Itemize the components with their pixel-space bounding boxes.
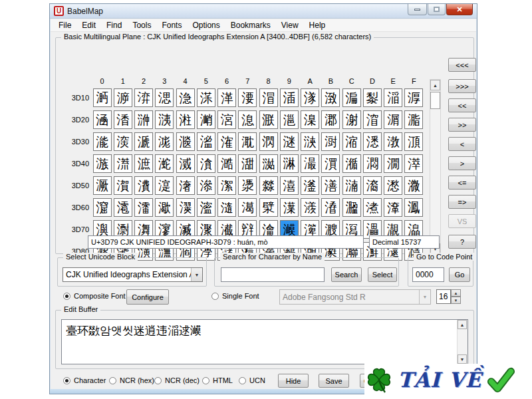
char-cell-3D4F[interactable]: 㵏 [404, 154, 423, 173]
char-cell-3D1A[interactable]: 㴚 [301, 88, 319, 107]
char-cell-3D44[interactable]: 㵄 [176, 154, 195, 173]
char-cell-3D61[interactable]: 㵡 [114, 198, 132, 217]
search-input[interactable] [221, 267, 325, 282]
edit-buffer-textarea[interactable]: 臺环敪암앳씻迷逍违㴞逑㵹 ▲ ▼ [61, 319, 468, 364]
char-cell-3D42[interactable]: 㵂 [134, 154, 153, 173]
char-cell-3D32[interactable]: 㴲 [134, 132, 153, 151]
nav-button-0-lll[interactable]: <<< [448, 58, 476, 72]
char-cell-3D36[interactable]: 㴶 [217, 132, 236, 151]
char-cell-3D26[interactable]: 㴦 [217, 110, 236, 129]
nav-button-6-le[interactable]: <= [448, 176, 476, 190]
char-cell-3D25[interactable]: 㴥 [197, 110, 215, 129]
select-button[interactable]: Select [368, 267, 397, 282]
char-cell-3D6C[interactable]: 㵬 [342, 198, 361, 217]
char-cell-3D46[interactable]: 㵆 [217, 154, 236, 173]
char-cell-3D23[interactable]: 㴣 [155, 110, 174, 129]
char-cell-3D38[interactable]: 㴸 [259, 132, 278, 151]
spin-down-icon[interactable]: ▼ [451, 297, 461, 304]
char-cell-3D14[interactable]: 㴔 [176, 88, 195, 107]
char-cell-3D2E[interactable]: 㴮 [384, 110, 402, 129]
char-cell-3D63[interactable]: 㵣 [155, 198, 174, 217]
radio-ucn[interactable] [239, 377, 246, 384]
char-cell-3D31[interactable]: 㴱 [114, 132, 132, 151]
char-cell-3D4A[interactable]: 㵊 [301, 154, 319, 173]
char-cell-3D52[interactable]: 㵒 [134, 176, 153, 195]
char-cell-3D33[interactable]: 㴳 [155, 132, 174, 151]
go-button[interactable]: Go [449, 267, 470, 282]
char-cell-3D6D[interactable]: 㵭 [363, 198, 382, 217]
scroll-up-icon[interactable]: ▲ [458, 320, 467, 329]
char-cell-3D22[interactable]: 㴢 [134, 110, 153, 129]
title-bar[interactable]: U BabelMap ✕ [50, 4, 477, 19]
menu-bookmarks[interactable]: Bookmarks [225, 19, 276, 31]
char-cell-3D3D[interactable]: 㴽 [363, 132, 382, 151]
char-cell-3D11[interactable]: 㴑 [114, 88, 132, 107]
char-cell-3D15[interactable]: 㴕 [197, 88, 215, 107]
char-cell-3D4E[interactable]: 㵎 [384, 154, 402, 173]
nav-button-3-rr[interactable]: >> [448, 118, 476, 132]
char-cell-3D4B[interactable]: 㵋 [321, 154, 340, 173]
char-cell-3D1B[interactable]: 㴛 [321, 88, 340, 107]
char-cell-3D10[interactable]: 㴐 [93, 88, 112, 107]
char-cell-3D54[interactable]: 㵔 [176, 176, 195, 195]
nav-button-5-r[interactable]: > [448, 156, 476, 170]
char-cell-3D28[interactable]: 㴨 [259, 110, 278, 129]
scroll-down-icon[interactable]: ▼ [458, 354, 467, 364]
hide-button[interactable]: Hide [278, 374, 309, 388]
download-badge[interactable]: TẢI VỀ [364, 364, 529, 395]
char-cell-3D49[interactable]: 㵉 [280, 154, 299, 173]
char-cell-3D65[interactable]: 㵥 [197, 198, 215, 217]
char-cell-3D66[interactable]: 㵦 [217, 198, 236, 217]
char-cell-3D2F[interactable]: 㴯 [404, 110, 423, 129]
char-cell-3D24[interactable]: 㴤 [176, 110, 195, 129]
search-button[interactable]: Search [331, 267, 362, 282]
char-cell-3D45[interactable]: 㵅 [197, 154, 215, 173]
menu-find[interactable]: Find [101, 19, 127, 31]
radio-html[interactable] [202, 377, 209, 384]
radio-ncr-hex[interactable] [109, 377, 116, 384]
menu-view[interactable]: View [276, 19, 304, 31]
char-cell-3D12[interactable]: 㴒 [134, 88, 153, 107]
char-cell-3D3E[interactable]: 㴾 [384, 132, 402, 151]
chevron-down-icon[interactable]: ▼ [191, 268, 202, 281]
char-cell-3D39[interactable]: 㴹 [280, 132, 299, 151]
char-cell-3D2C[interactable]: 㴬 [342, 110, 361, 129]
char-cell-3D67[interactable]: 㵧 [238, 198, 257, 217]
menu-fonts[interactable]: Fonts [156, 19, 187, 31]
char-cell-3D40[interactable]: 㵀 [93, 154, 112, 173]
char-cell-3D1C[interactable]: 㴜 [342, 88, 361, 107]
char-cell-3D1F[interactable]: 㴟 [404, 88, 423, 107]
char-cell-3D2A[interactable]: 㴪 [301, 110, 319, 129]
menu-edit[interactable]: Edit [76, 19, 101, 31]
single-font-radio[interactable] [211, 293, 219, 300]
char-cell-3D5B[interactable]: 㵛 [321, 176, 340, 195]
char-cell-3D1D[interactable]: 㴝 [363, 88, 382, 107]
nav-button-4-l[interactable]: < [448, 137, 476, 151]
char-cell-3D16[interactable]: 㴖 [217, 88, 236, 107]
radio-ncr-dec[interactable] [154, 377, 162, 384]
char-cell-3D6F[interactable]: 㵯 [404, 198, 423, 217]
char-cell-3D58[interactable]: 㵘 [259, 176, 278, 195]
char-cell-3D57[interactable]: 㵗 [238, 176, 257, 195]
char-cell-3D30[interactable]: 㴰 [93, 132, 112, 151]
char-cell-3D50[interactable]: 㵐 [93, 176, 112, 195]
nav-button-7-er[interactable]: => [448, 195, 476, 209]
char-cell-3D5E[interactable]: 㵞 [384, 176, 402, 195]
char-cell-3D35[interactable]: 㴵 [197, 132, 215, 151]
char-cell-3D56[interactable]: 㵖 [217, 176, 236, 195]
char-cell-3D5C[interactable]: 㵜 [342, 176, 361, 195]
char-cell-3D19[interactable]: 㴙 [280, 88, 299, 107]
char-cell-3D2B[interactable]: 㴫 [321, 110, 340, 129]
grid-scrollbar[interactable]: ▲ ▼ [430, 79, 441, 255]
menu-tools[interactable]: Tools [127, 19, 156, 31]
char-cell-3D13[interactable]: 㴓 [155, 88, 174, 107]
maximize-button[interactable] [428, 4, 446, 15]
close-button[interactable]: ✕ [446, 4, 473, 15]
menu-options[interactable]: Options [187, 19, 225, 31]
char-cell-3D6A[interactable]: 㵪 [301, 198, 319, 217]
char-cell-3D34[interactable]: 㴴 [176, 132, 195, 151]
scroll-thumb[interactable] [430, 92, 440, 109]
char-cell-3D27[interactable]: 㴧 [238, 110, 257, 129]
char-cell-3D21[interactable]: 㴡 [114, 110, 132, 129]
save-button[interactable]: Save [319, 374, 349, 388]
